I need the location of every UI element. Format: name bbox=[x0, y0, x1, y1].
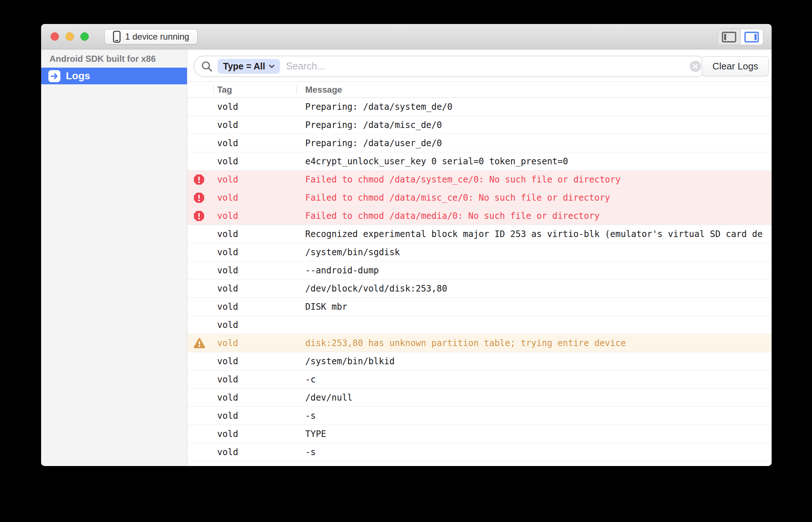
log-row[interactable]: vold e4crypt_unlock_user_key 0 serial=0 … bbox=[187, 152, 772, 170]
log-message: -s bbox=[305, 411, 772, 421]
log-message: Preparing: /data/system_de/0 bbox=[305, 102, 772, 112]
log-row[interactable]: vold /system/bin/sgdisk bbox=[187, 243, 772, 261]
error-icon bbox=[194, 174, 204, 185]
column-divider bbox=[213, 85, 214, 94]
toggle-left-panel-button[interactable] bbox=[718, 29, 741, 45]
log-row[interactable]: vold -c bbox=[187, 370, 772, 389]
log-row[interactable]: vold Preparing: /data/misc_de/0 bbox=[187, 116, 772, 134]
device-status-button[interactable]: 1 device running bbox=[104, 29, 198, 44]
log-row[interactable]: vold -s bbox=[187, 443, 772, 461]
log-message: Failed to chmod /data/media/0: No such f… bbox=[305, 211, 772, 221]
panel-toggle-group bbox=[717, 29, 763, 45]
log-row[interactable]: vold disk:253,80 has unknown partition t… bbox=[187, 334, 772, 352]
log-tag: vold bbox=[217, 211, 305, 221]
log-tag: vold bbox=[217, 247, 305, 257]
clear-logs-button[interactable]: Clear Logs bbox=[702, 56, 769, 76]
chevron-down-icon bbox=[269, 64, 275, 68]
log-tag: vold bbox=[217, 320, 305, 330]
log-message: TYPE bbox=[305, 429, 772, 439]
log-row[interactable]: vold Failed to chmod /data/system_ce/0: … bbox=[187, 170, 772, 189]
device-status-label: 1 device running bbox=[125, 32, 189, 42]
log-message: DISK mbr bbox=[305, 302, 772, 312]
log-row[interactable]: vold Failed to chmod /data/misc_ce/0: No… bbox=[187, 189, 772, 207]
log-row[interactable]: vold bbox=[187, 316, 772, 334]
log-row[interactable]: vold Recognized experimental block major… bbox=[187, 225, 772, 243]
log-message: Preparing: /data/user_de/0 bbox=[305, 138, 772, 148]
error-icon bbox=[194, 192, 204, 203]
log-tag: vold bbox=[217, 284, 305, 294]
toggle-right-panel-button[interactable] bbox=[741, 29, 763, 45]
log-message: Recognized experimental block major ID 2… bbox=[305, 229, 772, 239]
right-panel-icon bbox=[744, 32, 759, 43]
log-tag: vold bbox=[217, 229, 305, 239]
log-tag: vold bbox=[217, 138, 305, 148]
log-row[interactable]: vold Failed to chmod /data/media/0: No s… bbox=[187, 207, 772, 225]
search-bar[interactable]: Type = All bbox=[194, 56, 707, 77]
search-input[interactable] bbox=[286, 61, 690, 72]
log-tag: vold bbox=[217, 102, 305, 112]
log-panel: Type = All bbox=[187, 49, 772, 466]
device-name: Android SDK built for x86 bbox=[41, 49, 187, 68]
search-icon bbox=[201, 60, 213, 73]
log-message: Failed to chmod /data/misc_ce/0: No such… bbox=[305, 193, 772, 203]
log-message: Failed to chmod /data/system_ce/0: No su… bbox=[305, 174, 772, 185]
titlebar: 1 device running bbox=[41, 24, 772, 49]
log-level-cell bbox=[187, 174, 217, 185]
log-message: Preparing: /data/misc_de/0 bbox=[305, 120, 772, 130]
log-tag: vold bbox=[217, 429, 305, 439]
log-tag: vold bbox=[217, 338, 305, 348]
log-row[interactable]: vold /dev/block/vold/disk:253,80 bbox=[187, 280, 772, 298]
sidebar: Android SDK built for x86 Logs bbox=[41, 49, 187, 466]
clear-search-button[interactable] bbox=[690, 61, 701, 72]
column-header-tag: Tag bbox=[217, 85, 232, 95]
column-header-message: Message bbox=[305, 85, 342, 95]
type-filter-dropdown[interactable]: Type = All bbox=[218, 59, 280, 74]
log-message: disk:253,80 has unknown partition table;… bbox=[305, 338, 772, 348]
log-row[interactable]: vold DISK mbr bbox=[187, 298, 772, 316]
log-tag: vold bbox=[217, 120, 305, 130]
log-row[interactable]: vold --android-dump bbox=[187, 261, 772, 280]
log-message: -s bbox=[305, 447, 772, 457]
log-row[interactable]: vold /dev/null bbox=[187, 389, 772, 407]
phone-icon bbox=[113, 31, 121, 43]
log-rows: vold Preparing: /data/system_de/0 vold P… bbox=[187, 98, 772, 466]
warning-icon bbox=[194, 338, 205, 349]
log-tag: vold bbox=[217, 374, 305, 385]
log-tag: vold bbox=[217, 265, 305, 276]
log-row[interactable]: vold Preparing: /data/system_de/0 bbox=[187, 98, 772, 116]
error-icon bbox=[194, 210, 204, 221]
left-panel-icon bbox=[722, 32, 736, 43]
minimize-window-button[interactable] bbox=[65, 32, 74, 41]
log-row[interactable]: vold TYPE bbox=[187, 425, 772, 443]
log-message: /system/bin/blkid bbox=[305, 356, 772, 366]
log-level-cell bbox=[187, 192, 217, 203]
type-filter-label: Type = All bbox=[223, 61, 265, 72]
log-toolbar: Type = All bbox=[187, 49, 772, 82]
traffic-lights bbox=[51, 32, 89, 41]
log-message: -c bbox=[305, 374, 772, 385]
log-message: --android-dump bbox=[305, 265, 772, 276]
log-message: /dev/block/vold/disk:253,80 bbox=[305, 284, 772, 294]
log-tag: vold bbox=[217, 447, 305, 457]
log-message: /system/bin/sgdisk bbox=[305, 247, 772, 257]
logs-arrow-icon bbox=[48, 70, 60, 82]
log-tag: vold bbox=[217, 411, 305, 421]
log-tag: vold bbox=[217, 174, 305, 185]
log-tag: vold bbox=[217, 193, 305, 203]
log-level-cell bbox=[187, 210, 217, 221]
app-window: 1 device running bbox=[41, 24, 772, 466]
log-table-header: Tag Message bbox=[187, 82, 772, 98]
log-tag: vold bbox=[217, 156, 305, 166]
log-tag: vold bbox=[217, 356, 305, 366]
log-tag: vold bbox=[217, 302, 305, 312]
close-window-button[interactable] bbox=[51, 32, 59, 41]
log-level-cell bbox=[187, 338, 217, 349]
log-message: e4crypt_unlock_user_key 0 serial=0 token… bbox=[305, 156, 772, 166]
sidebar-item-logs[interactable]: Logs bbox=[41, 68, 187, 84]
log-row[interactable]: vold /system/bin/blkid bbox=[187, 352, 772, 370]
log-message: /dev/null bbox=[305, 393, 772, 403]
log-row[interactable]: vold -s bbox=[187, 407, 772, 425]
log-tag: vold bbox=[217, 393, 305, 403]
log-row[interactable]: vold Preparing: /data/user_de/0 bbox=[187, 134, 772, 152]
zoom-window-button[interactable] bbox=[80, 32, 89, 41]
